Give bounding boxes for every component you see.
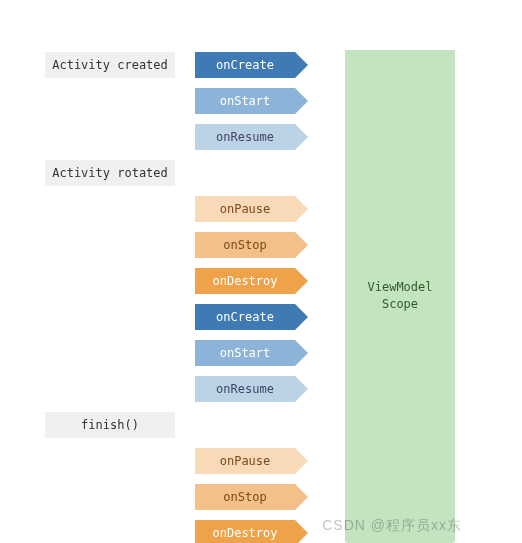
callback-label: onResume — [216, 130, 274, 144]
callback-label: onDestroy — [212, 274, 277, 288]
state-finish: finish() — [45, 412, 175, 438]
viewmodel-scope: ViewModelScope — [345, 50, 455, 542]
callback-oncreate: onCreate — [195, 304, 295, 330]
scope-label: ViewModelScope — [367, 279, 432, 313]
callback-onstart: onStart — [195, 88, 295, 114]
state-column: finish() — [0, 412, 175, 438]
state-column: Activity created — [0, 52, 175, 78]
callback-ondestroy: onDestroy — [195, 520, 295, 543]
callback-label: onStart — [220, 346, 271, 360]
callback-label: onPause — [220, 454, 271, 468]
callback-onpause: onPause — [195, 196, 295, 222]
state-created: Activity created — [45, 52, 175, 78]
callback-onstop: onStop — [195, 232, 295, 258]
callback-oncreate: onCreate — [195, 52, 295, 78]
callback-onpause: onPause — [195, 448, 295, 474]
callback-label: onPause — [220, 202, 271, 216]
callback-ondestroy: onDestroy — [195, 268, 295, 294]
state-rotated: Activity rotated — [45, 160, 175, 186]
callback-label: onCreate — [216, 58, 274, 72]
callback-label: onCreate — [216, 310, 274, 324]
callback-onresume: onResume — [195, 376, 295, 402]
callback-onresume: onResume — [195, 124, 295, 150]
watermark-text: CSDN @程序员xx东 — [322, 517, 462, 535]
callback-label: onDestroy — [212, 526, 277, 540]
callback-label: onStop — [223, 490, 266, 504]
callback-label: onResume — [216, 382, 274, 396]
callback-label: onStop — [223, 238, 266, 252]
callback-label: onStart — [220, 94, 271, 108]
state-column: Activity rotated — [0, 160, 175, 186]
callback-onstart: onStart — [195, 340, 295, 366]
callback-onstop: onStop — [195, 484, 295, 510]
